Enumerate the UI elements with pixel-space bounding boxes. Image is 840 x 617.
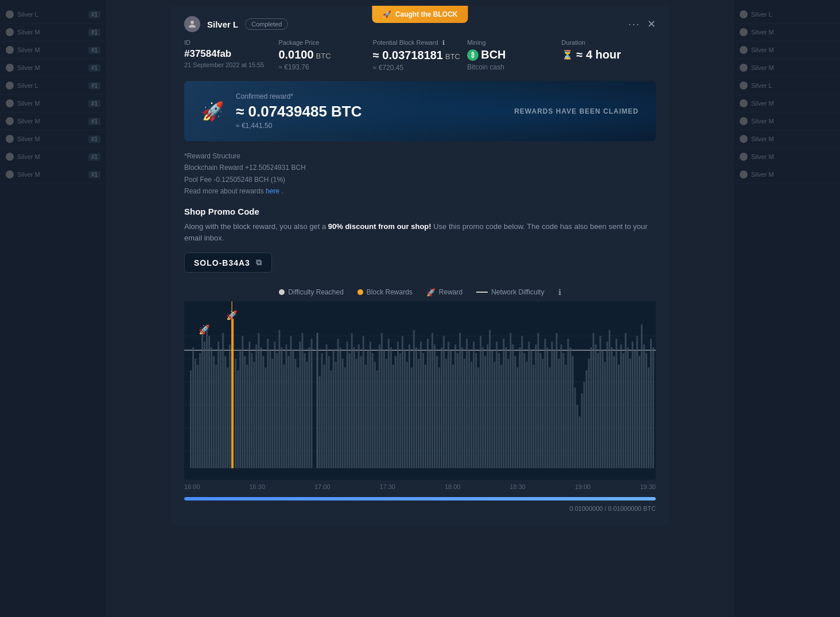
- svg-rect-157: [535, 344, 536, 468]
- svg-rect-54: [294, 359, 296, 468]
- svg-rect-15: [204, 342, 205, 468]
- svg-rect-128: [468, 350, 470, 468]
- time-label: 18:00: [445, 483, 461, 490]
- info-duration-block: Duration ⏳ ≈ 4 hour: [562, 39, 656, 72]
- reward-text: Confirmed reward* ≈ 0.07439485 BTC ≈ €1,…: [236, 92, 362, 130]
- time-label: 16:30: [249, 483, 265, 490]
- svg-rect-16: [206, 324, 208, 468]
- promo-code-value: SOLO-B34A3: [194, 258, 250, 267]
- svg-rect-67: [328, 356, 330, 468]
- svg-rect-148: [514, 356, 516, 468]
- svg-rect-108: [422, 353, 424, 468]
- svg-rect-187: [604, 362, 606, 468]
- svg-rect-58: [304, 353, 306, 468]
- svg-rect-21: [217, 342, 219, 468]
- svg-rect-68: [330, 370, 332, 468]
- legend-network-difficulty: Network Difficulty: [476, 288, 544, 296]
- svg-rect-66: [326, 344, 328, 468]
- id-value: #37584fab: [184, 48, 278, 60]
- id-label: ID: [184, 39, 278, 46]
- promo-section: Shop Promo Code Along with the block rew…: [170, 207, 670, 282]
- svg-rect-57: [302, 333, 304, 468]
- svg-rect-110: [427, 339, 429, 468]
- svg-rect-106: [418, 359, 419, 468]
- more-options-button[interactable]: ···: [628, 18, 640, 30]
- svg-rect-145: [507, 359, 509, 468]
- svg-rect-166: [556, 333, 558, 468]
- svg-rect-88: [376, 370, 378, 468]
- svg-rect-37: [255, 344, 257, 468]
- svg-rect-83: [365, 364, 367, 468]
- svg-rect-77: [351, 333, 353, 468]
- svg-rect-196: [625, 333, 627, 468]
- svg-rect-59: [306, 362, 308, 468]
- modal-controls: ··· ✕: [628, 18, 656, 30]
- close-button[interactable]: ✕: [647, 19, 656, 29]
- svg-rect-192: [616, 339, 617, 468]
- svg-rect-49: [283, 364, 285, 468]
- copy-button[interactable]: ⧉: [256, 258, 262, 267]
- info-icon[interactable]: ℹ: [442, 39, 445, 46]
- svg-rect-29: [237, 370, 239, 468]
- svg-rect-188: [606, 342, 608, 468]
- svg-rect-162: [547, 347, 549, 468]
- svg-rect-201: [636, 336, 638, 468]
- svg-rect-194: [620, 344, 622, 468]
- svg-rect-87: [374, 362, 376, 468]
- progress-bar-fill: [184, 497, 656, 500]
- svg-rect-19: [213, 356, 215, 468]
- banner-rocket-icon: 🚀: [383, 10, 391, 18]
- info-potential-block: Potential Block Reward ℹ ≈ 0.03718181BTC…: [373, 39, 467, 72]
- svg-rect-95: [392, 364, 394, 468]
- svg-rect-151: [521, 336, 523, 468]
- svg-rect-42: [267, 339, 269, 468]
- svg-rect-160: [542, 359, 544, 468]
- svg-rect-176: [579, 417, 581, 468]
- svg-rect-22: [220, 350, 221, 468]
- svg-rect-203: [641, 324, 643, 468]
- svg-rect-164: [551, 342, 553, 468]
- avatar: [184, 16, 200, 32]
- svg-rect-190: [611, 347, 613, 468]
- svg-rect-180: [588, 359, 590, 468]
- svg-rect-126: [464, 359, 465, 468]
- svg-rect-171: [567, 339, 569, 468]
- banner-text: Caught the BLOCK: [395, 10, 458, 18]
- svg-rect-30: [239, 350, 241, 468]
- svg-rect-124: [459, 333, 461, 468]
- svg-rect-178: [584, 382, 585, 468]
- time-label: 17:00: [314, 483, 330, 490]
- svg-rect-112: [431, 333, 433, 468]
- svg-rect-17: [208, 336, 210, 468]
- svg-rect-36: [253, 362, 255, 468]
- svg-rect-96: [395, 356, 396, 468]
- potential-label: Potential Block Reward ℹ: [373, 39, 467, 46]
- svg-rect-173: [572, 356, 574, 468]
- reward-eur: ≈ €1,441.50: [236, 122, 362, 130]
- svg-rect-62: [317, 333, 318, 468]
- svg-rect-185: [600, 336, 601, 468]
- chart-info-button[interactable]: ℹ: [558, 288, 561, 297]
- svg-rect-33: [246, 364, 248, 468]
- svg-rect-207: [650, 339, 652, 468]
- svg-rect-208: [652, 347, 654, 468]
- svg-rect-129: [470, 362, 472, 468]
- confirmed-reward-label: Confirmed reward*: [236, 92, 362, 100]
- svg-rect-156: [532, 364, 534, 468]
- svg-rect-80: [358, 344, 360, 468]
- read-more-link[interactable]: here: [266, 187, 279, 195]
- svg-rect-28: [235, 359, 236, 468]
- svg-rect-85: [370, 342, 371, 468]
- svg-rect-43: [269, 350, 271, 468]
- progress-bar-container: [184, 497, 656, 500]
- svg-rect-40: [262, 356, 264, 468]
- svg-rect-186: [602, 350, 604, 468]
- svg-rect-120: [450, 350, 452, 468]
- svg-rect-41: [265, 367, 266, 468]
- reward-claimed-label: REWARDS HAVE BEEN CLAIMED: [514, 107, 639, 115]
- svg-rect-55: [297, 367, 298, 468]
- svg-rect-142: [500, 364, 502, 468]
- svg-rect-130: [473, 342, 475, 468]
- mining-currency: BCH: [481, 48, 505, 61]
- svg-rect-31: [242, 336, 243, 468]
